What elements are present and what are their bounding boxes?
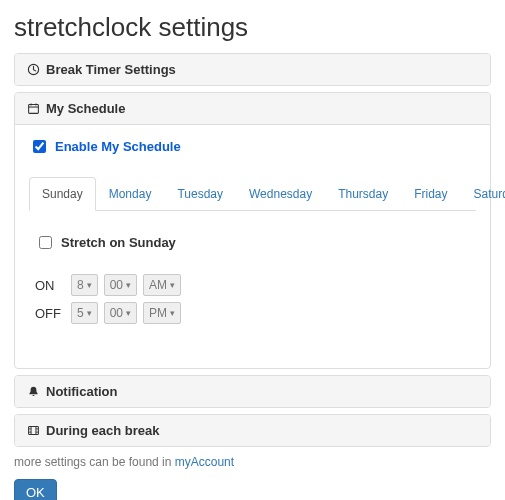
chevron-down-icon: ▾ [126, 308, 131, 318]
tab-saturday[interactable]: Saturday [461, 177, 505, 211]
section-notification: Notification [14, 375, 491, 408]
chevron-down-icon: ▾ [170, 280, 175, 290]
page-title: stretchclock settings [14, 12, 491, 43]
tab-tuesday[interactable]: Tuesday [164, 177, 236, 211]
off-label: OFF [35, 306, 65, 321]
off-minute-value: 00 [110, 306, 123, 320]
off-hour-value: 5 [77, 306, 84, 320]
on-hour-value: 8 [77, 278, 84, 292]
day-tabs: Sunday Monday Tuesday Wednesday Thursday… [29, 176, 476, 211]
svg-rect-5 [29, 426, 39, 434]
on-label: ON [35, 278, 65, 293]
stretch-on-checkbox[interactable] [39, 236, 52, 249]
my-schedule-body: Enable My Schedule Sunday Monday Tuesday… [15, 125, 490, 368]
off-ampm-select[interactable]: PM ▾ [143, 302, 181, 324]
off-hour-select[interactable]: 5 ▾ [71, 302, 98, 324]
tab-monday[interactable]: Monday [96, 177, 165, 211]
off-minute-select[interactable]: 00 ▾ [104, 302, 137, 324]
section-break-timer-label: Break Timer Settings [46, 62, 176, 77]
off-ampm-value: PM [149, 306, 167, 320]
section-during-break-header[interactable]: During each break [15, 415, 490, 446]
tab-sunday[interactable]: Sunday [29, 177, 96, 211]
off-time-row: OFF 5 ▾ 00 ▾ PM ▾ [35, 302, 470, 324]
film-icon [27, 424, 40, 437]
section-during-break-label: During each break [46, 423, 159, 438]
on-minute-value: 00 [110, 278, 123, 292]
section-notification-header[interactable]: Notification [15, 376, 490, 407]
bell-icon [27, 385, 40, 398]
enable-my-schedule-row: Enable My Schedule [29, 137, 476, 156]
tab-friday[interactable]: Friday [401, 177, 460, 211]
section-my-schedule: My Schedule Enable My Schedule Sunday Mo… [14, 92, 491, 369]
on-ampm-select[interactable]: AM ▾ [143, 274, 181, 296]
enable-my-schedule-label: Enable My Schedule [55, 139, 181, 154]
svg-rect-1 [29, 104, 39, 113]
stretch-on-label: Stretch on Sunday [61, 235, 176, 250]
clock-icon [27, 63, 40, 76]
ok-button[interactable]: OK [14, 479, 57, 500]
section-break-timer: Break Timer Settings [14, 53, 491, 86]
chevron-down-icon: ▾ [126, 280, 131, 290]
on-minute-select[interactable]: 00 ▾ [104, 274, 137, 296]
footer-note: more settings can be found in myAccount [14, 455, 491, 469]
chevron-down-icon: ▾ [87, 308, 92, 318]
chevron-down-icon: ▾ [87, 280, 92, 290]
section-notification-label: Notification [46, 384, 118, 399]
enable-my-schedule-checkbox[interactable] [33, 140, 46, 153]
calendar-icon [27, 102, 40, 115]
tab-wednesday[interactable]: Wednesday [236, 177, 325, 211]
footer-note-text: more settings can be found in [14, 455, 175, 469]
on-hour-select[interactable]: 8 ▾ [71, 274, 98, 296]
section-my-schedule-header[interactable]: My Schedule [15, 93, 490, 125]
on-time-row: ON 8 ▾ 00 ▾ AM ▾ [35, 274, 470, 296]
section-my-schedule-label: My Schedule [46, 101, 125, 116]
on-ampm-value: AM [149, 278, 167, 292]
my-account-link[interactable]: myAccount [175, 455, 234, 469]
tab-thursday[interactable]: Thursday [325, 177, 401, 211]
stretch-on-row: Stretch on Sunday [35, 233, 470, 252]
section-break-timer-header[interactable]: Break Timer Settings [15, 54, 490, 85]
tab-content: Stretch on Sunday ON 8 ▾ 00 ▾ AM ▾ OFF [29, 227, 476, 350]
chevron-down-icon: ▾ [170, 308, 175, 318]
section-during-break: During each break [14, 414, 491, 447]
